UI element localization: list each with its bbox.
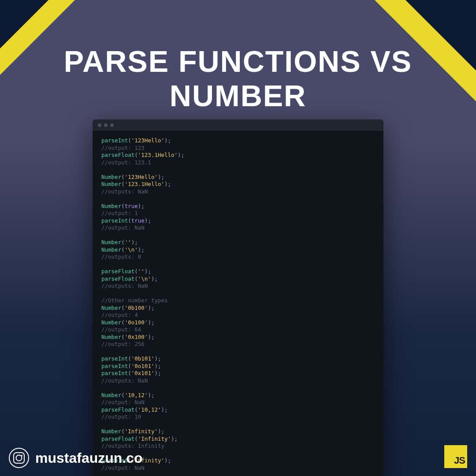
code-line: //output: 256 — [101, 341, 375, 348]
instagram-icon — [9, 448, 29, 468]
code-titlebar — [93, 119, 383, 131]
code-line — [101, 384, 375, 392]
code-line: parseFloat('\n'); — [101, 275, 375, 283]
code-line — [101, 348, 375, 356]
code-line: //output: 10 — [101, 413, 375, 421]
code-line: Number('\n'); — [101, 246, 375, 254]
page-title: PARSE FUNCTIONS VS NUMBER — [0, 44, 476, 113]
code-line — [101, 290, 375, 298]
code-window: parseInt('123Hello');//output: 123parseF… — [93, 119, 383, 476]
code-line: parseFloat('10,12'); — [101, 406, 375, 414]
code-line: parseFloat(''); — [101, 268, 375, 275]
code-line: //output: 64 — [101, 326, 375, 334]
code-line — [101, 232, 375, 239]
code-line: parseInt('0o101'); — [101, 363, 375, 370]
code-line — [101, 166, 375, 174]
code-line: //output: 123 — [101, 145, 375, 152]
code-line: parseInt('0x101'); — [101, 370, 375, 377]
js-badge-icon: JS — [444, 445, 467, 468]
code-line: //output: 4 — [101, 312, 375, 319]
code-line: Number(true); — [101, 203, 375, 210]
code-line: //output: 1 — [101, 210, 375, 217]
code-line: Number(''); — [101, 239, 375, 246]
code-line: //output: NaN — [101, 224, 375, 232]
code-line: Number('10,12'); — [101, 392, 375, 399]
code-line: parseInt('123Hello'); — [101, 137, 375, 145]
code-line: Number('0o100'); — [101, 319, 375, 327]
js-badge-label: JS — [454, 455, 465, 466]
code-line: //output: NaN — [101, 399, 375, 406]
code-line: Number('123Hello'); — [101, 174, 375, 181]
code-line: parseInt(true); — [101, 217, 375, 225]
code-line: Number('Infinity'); — [101, 428, 375, 435]
window-dot-minimize-icon — [104, 123, 108, 127]
code-line: //outputs: NaN — [101, 377, 375, 385]
footer: mustafauzun.co — [9, 448, 143, 468]
decor-triangle-top-left-dark — [0, 0, 48, 48]
code-line: //Other number types — [101, 297, 375, 305]
code-line: parseFloat('Infinity'); — [101, 435, 375, 443]
code-line: //outputs: 0 — [101, 253, 375, 261]
code-line — [101, 195, 375, 203]
window-dot-close-icon — [98, 123, 101, 127]
window-dot-maximize-icon — [110, 123, 114, 127]
code-body: parseInt('123Hello');//output: 123parseF… — [93, 131, 383, 476]
code-line: parseInt('0b101'); — [101, 355, 375, 363]
code-line: Number('0x100'); — [101, 334, 375, 341]
code-line — [101, 261, 375, 268]
author-handle: mustafauzun.co — [35, 450, 143, 466]
code-line: //outputs: NaN — [101, 283, 375, 290]
code-line: Number('123.1Hello'); — [101, 181, 375, 188]
code-line — [101, 421, 375, 428]
code-line: //output: 123.1 — [101, 159, 375, 167]
code-line: //outputs: NaN — [101, 188, 375, 196]
code-line: Number('0b100'); — [101, 305, 375, 312]
code-line: parseFloat('123.1Hello'); — [101, 152, 375, 159]
